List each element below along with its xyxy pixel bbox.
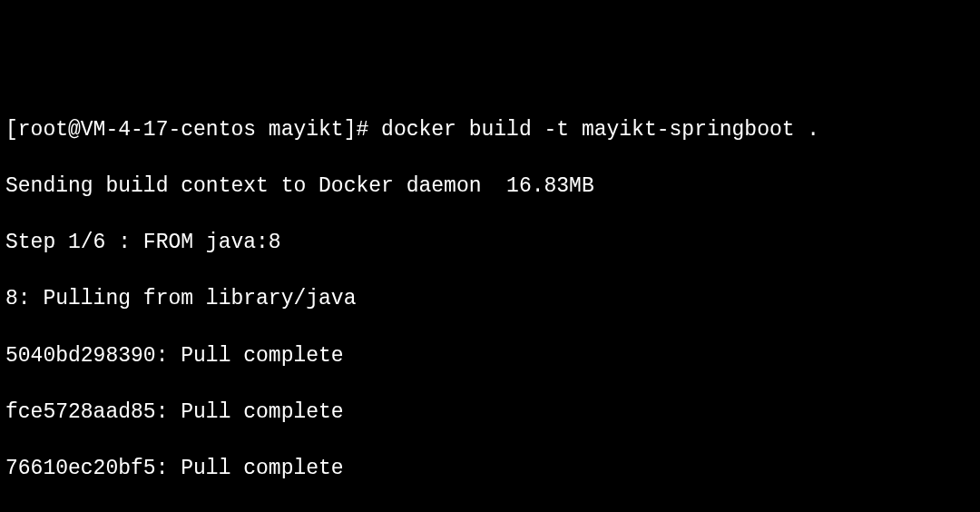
output-line: fce5728aad85: Pull complete: [5, 399, 975, 427]
output-line: Sending build context to Docker daemon 1…: [5, 172, 975, 201]
output-line: Step 1/6 : FROM java:8: [5, 229, 975, 257]
shell-prompt: [root@VM-4-17-centos mayikt]#: [5, 118, 381, 142]
command-text: docker build -t mayikt-springboot .: [381, 118, 819, 142]
output-line: 5040bd298390: Pull complete: [5, 342, 975, 370]
output-line: 8: Pulling from library/java: [5, 285, 975, 313]
output-line: 76610ec20bf5: Pull complete: [5, 455, 975, 483]
terminal-prompt-line[interactable]: [root@VM-4-17-centos mayikt]# docker bui…: [5, 116, 975, 144]
